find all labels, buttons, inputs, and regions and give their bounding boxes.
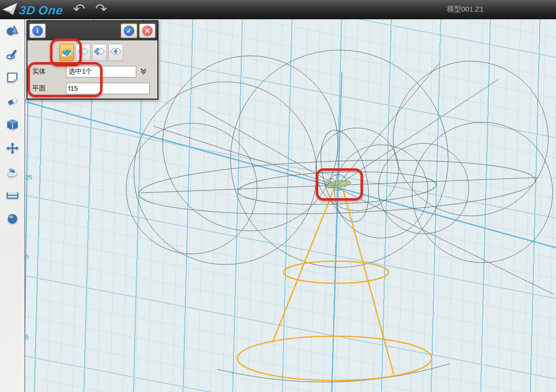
redo-button[interactable]: ↷	[92, 0, 110, 18]
tool-sidebar	[0, 19, 25, 392]
sidebar-item-trim[interactable]	[0, 90, 25, 114]
sidebar-item-material-sphere[interactable]	[0, 208, 25, 231]
diamonds-intersect-icon	[109, 46, 122, 59]
app-logo: 3DOne	[2, 2, 64, 18]
dialog-header: i ✓ ✕	[27, 21, 157, 40]
undo-button[interactable]: ↶	[70, 0, 88, 18]
sidebar-item-primitive-solids[interactable]	[0, 19, 25, 43]
mode-button-diamonds-intersect[interactable]	[108, 44, 123, 61]
sidebar-item-sketch-draw[interactable]	[0, 43, 25, 66]
info-button[interactable]: i	[29, 24, 46, 38]
combine-icon	[6, 165, 19, 180]
move-icon	[6, 142, 19, 156]
mode-button-blue-white-diamond[interactable]	[92, 44, 107, 61]
cancel-button[interactable]: ✕	[139, 24, 155, 38]
top-bar: 3DOne ↶ ↷ 模型001.Z1	[0, 0, 556, 19]
sketch-draw-icon	[6, 48, 19, 62]
wireframe-spheres	[126, 50, 554, 382]
trim-icon	[6, 95, 19, 109]
brand-text: 3DOne	[18, 3, 64, 17]
expand-list-button[interactable]	[138, 66, 149, 77]
confirm-button[interactable]: ✓	[121, 24, 137, 38]
cone-wireframe	[237, 189, 432, 380]
document-title: 模型001.Z1	[447, 5, 484, 14]
axis-tick-label: 5	[25, 333, 28, 341]
annotation-fields	[27, 62, 103, 97]
sidebar-item-measure[interactable]	[0, 184, 25, 208]
close-icon: ✕	[142, 25, 153, 36]
chevron-double-down-icon	[140, 69, 147, 76]
sidebar-item-sketch-plane[interactable]	[0, 66, 25, 90]
primitive-solids-icon	[6, 24, 19, 38]
axis-tick-label: 0	[25, 253, 28, 261]
info-icon: i	[32, 25, 43, 36]
sidebar-item-solid-cube[interactable]	[0, 114, 25, 137]
annotation-selected-face	[316, 168, 363, 201]
sketch-plane-icon	[6, 71, 19, 86]
solid-cube-icon	[6, 118, 19, 133]
measure-icon	[6, 189, 19, 203]
blue-white-diamond-icon	[93, 46, 106, 59]
sidebar-item-move[interactable]	[0, 137, 25, 161]
paper-plane-icon	[2, 1, 18, 19]
axis-tick-label: 25	[25, 174, 32, 181]
material-sphere-icon	[6, 213, 19, 227]
check-icon: ✓	[124, 25, 134, 36]
sidebar-item-combine[interactable]	[0, 161, 25, 184]
